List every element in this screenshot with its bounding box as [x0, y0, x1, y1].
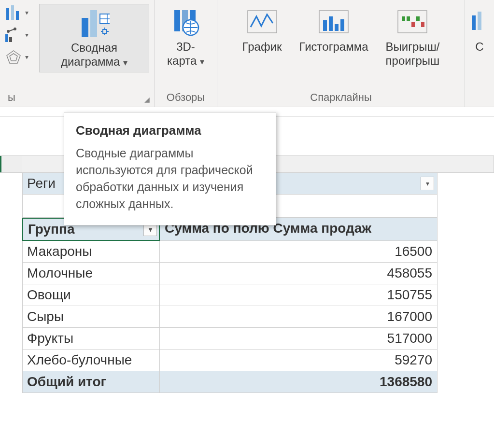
pivot-row-value[interactable]: 150755	[160, 284, 438, 306]
ribbon: ▾ ▾ ▾	[0, 0, 494, 107]
svg-rect-28	[416, 16, 420, 21]
pivot-chart-button[interactable]: Сводная диаграмма ▾	[39, 4, 149, 72]
tooltip-body: Сводные диаграммы используются для графи…	[76, 145, 264, 212]
pivot-data-row: Макароны 16500	[22, 241, 438, 263]
sparkline-winloss-label: Выигрыш/проигрыш	[385, 40, 439, 68]
pivot-total-label[interactable]: Общий итог	[22, 371, 160, 393]
svg-rect-26	[407, 16, 410, 21]
pivot-row-value[interactable]: 167000	[160, 306, 438, 328]
svg-rect-21	[329, 16, 333, 31]
svg-rect-4	[9, 37, 12, 42]
svg-rect-0	[6, 8, 9, 20]
pivot-row-label[interactable]: Овощи	[22, 284, 160, 306]
pivot-data-row: Молочные 458055	[22, 263, 438, 284]
partial-icon	[464, 6, 494, 37]
chart-bar-button[interactable]: ▾	[5, 27, 28, 42]
svg-rect-2	[16, 11, 19, 20]
svg-marker-8	[10, 54, 17, 61]
pivot-total-value[interactable]: 1368580	[160, 371, 438, 393]
pivot-row-value[interactable]: 59270	[160, 350, 438, 371]
svg-rect-22	[335, 24, 339, 31]
3d-map-label: 3D- карта ▾	[167, 40, 204, 68]
pivot-data-row: Фрукты 517000	[22, 328, 438, 350]
svg-rect-24	[398, 11, 427, 33]
ribbon-group-label: Спарклайны	[310, 90, 371, 107]
chevron-down-icon: ▾	[25, 9, 28, 16]
svg-rect-10	[90, 10, 97, 37]
3d-map-button[interactable]: 3D- карта ▾	[163, 3, 209, 71]
sparkline-column-icon	[318, 6, 349, 37]
column-chart-icon	[5, 5, 22, 20]
pivot-data-row: Сыры 167000	[22, 306, 438, 328]
pivot-row-label[interactable]: Фрукты	[22, 328, 160, 350]
radar-chart-icon	[5, 49, 22, 65]
sparkline-winloss-button[interactable]: Выигрыш/проигрыш	[381, 3, 444, 71]
pivot-row-value[interactable]: 517000	[160, 328, 438, 350]
sparkline-column-button[interactable]: Гистограмма	[295, 3, 373, 57]
bar-chart-icon	[5, 27, 22, 42]
pivot-chart-icon	[79, 7, 110, 38]
ribbon-group-sparklines: График Гистограмма Выигрыш/проигрыш Спар…	[217, 0, 465, 107]
chevron-down-icon: ▾	[123, 58, 127, 68]
sparkline-line-icon	[247, 6, 278, 37]
pivot-row-label[interactable]: Молочные	[22, 263, 160, 284]
svg-rect-9	[82, 18, 88, 37]
svg-rect-25	[402, 16, 405, 21]
chevron-down-icon: ▾	[25, 31, 28, 39]
tooltip-title: Сводная диаграмма	[76, 123, 264, 138]
pivot-row-value[interactable]: 16500	[160, 241, 438, 263]
svg-marker-7	[7, 51, 20, 63]
pivot-row-label[interactable]: Макароны	[22, 241, 160, 263]
svg-rect-14	[174, 10, 180, 31]
pivot-row-label[interactable]: Хлебо-булочные	[22, 350, 160, 371]
chevron-down-icon: ▾	[25, 53, 28, 61]
svg-rect-31	[478, 12, 481, 30]
sparkline-column-label: Гистограмма	[299, 40, 368, 54]
svg-rect-20	[323, 20, 327, 31]
svg-rect-29	[421, 22, 424, 27]
dialog-launcher-icon[interactable]: ◢	[142, 95, 151, 104]
pivot-data-row: Овощи 150755	[22, 284, 438, 306]
chart-radar-button[interactable]: ▾	[5, 49, 28, 65]
pivot-total-row: Общий итог 1368580	[22, 371, 438, 393]
svg-rect-23	[340, 19, 344, 31]
chevron-down-icon: ▾	[200, 57, 204, 67]
svg-rect-1	[11, 5, 14, 20]
mini-chart-buttons: ▾ ▾ ▾	[5, 3, 28, 65]
ribbon-group-tours: 3D- карта ▾ Обзоры	[155, 0, 217, 107]
pivot-row-value[interactable]: 458055	[160, 263, 438, 284]
pivot-row-label[interactable]: Сыры	[22, 306, 160, 328]
pivot-chart-label: Сводная диаграмма ▾	[61, 41, 127, 69]
partial-label: С	[475, 40, 483, 54]
ribbon-group-partial: С	[465, 0, 494, 107]
sparkline-line-label: График	[242, 40, 282, 54]
pivot-data-row: Хлебо-булочные 59270	[22, 350, 438, 371]
partial-button[interactable]: С	[460, 3, 494, 57]
svg-rect-27	[411, 22, 415, 27]
chart-column-button[interactable]: ▾	[5, 5, 28, 20]
ribbon-group-label: ы	[5, 90, 149, 107]
ribbon-group-charts: ▾ ▾ ▾	[0, 0, 155, 107]
pivot-chart-tooltip: Сводная диаграмма Сводные диаграммы испо…	[64, 112, 276, 225]
ribbon-group-label: Обзоры	[167, 90, 205, 107]
sparkline-winloss-icon	[397, 6, 428, 37]
svg-rect-3	[5, 34, 8, 42]
filter-dropdown-button[interactable]: ▾	[421, 177, 434, 190]
svg-rect-30	[472, 15, 476, 30]
globe-3d-icon	[170, 6, 201, 37]
sparkline-line-button[interactable]: График	[238, 3, 286, 57]
